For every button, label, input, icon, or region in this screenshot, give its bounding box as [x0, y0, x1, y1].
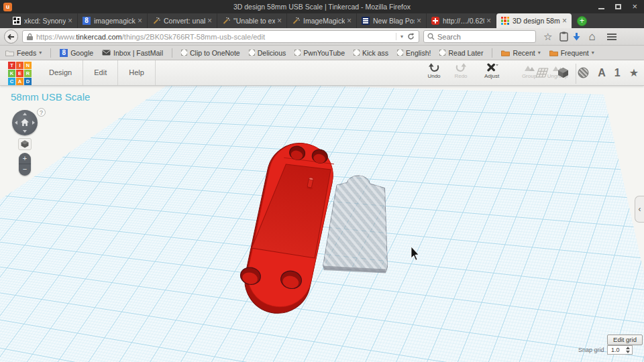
numbers-tool-icon[interactable]: 1 — [614, 67, 621, 79]
url-bar[interactable]: https://www.tinkercad.com/things/2BK0Sk7… — [22, 30, 419, 43]
hole-sphere-tool-icon[interactable] — [578, 67, 589, 78]
tab-xkcd[interactable]: xkcd: Synonym… × — [8, 13, 78, 28]
undo-button[interactable]: Undo — [423, 62, 445, 79]
downloads-icon[interactable] — [572, 32, 581, 42]
bookmark-google[interactable]: 8 Google — [60, 49, 93, 57]
reload-icon[interactable] — [407, 33, 415, 40]
design-title: 58mm USB Scale — [11, 91, 90, 103]
menu-icon[interactable] — [603, 34, 621, 40]
google-favicon: 8 — [60, 49, 68, 57]
snap-grid-label: Snap grid — [578, 347, 604, 353]
tab-close-icon[interactable]: × — [347, 16, 352, 25]
placeholder-favicon — [439, 50, 445, 56]
rotate-down-icon[interactable] — [23, 130, 27, 133]
tab-tinkercad-active[interactable]: 3D design 58m… × — [496, 13, 572, 28]
divider — [50, 48, 51, 58]
tab-unable-to-extent[interactable]: "Unable to exte… × — [217, 13, 287, 28]
bookmark-clip-to-onenote[interactable]: Clip to OneNote — [181, 49, 240, 57]
tinkercad-menu: Design Edit Help — [38, 60, 156, 85]
solid-box-tool-icon[interactable] — [557, 67, 569, 78]
maximize-icon[interactable] — [615, 4, 621, 9]
imagemagick-wand-favicon — [152, 17, 160, 25]
menu-help[interactable]: Help — [118, 60, 156, 85]
shield-favicon — [431, 17, 439, 25]
divider — [492, 48, 492, 58]
bookmark-delicious[interactable]: Delicious — [249, 49, 286, 57]
rotate-left-icon[interactable] — [15, 121, 17, 125]
workplane-tool-icon[interactable] — [535, 68, 549, 78]
redo-button[interactable]: Redo — [449, 62, 472, 79]
search-box[interactable] — [423, 30, 536, 43]
home-view-icon[interactable] — [21, 119, 29, 126]
tab-imagemagick-usage[interactable]: 8 imagemagick u… × — [78, 13, 148, 28]
view-navigation-ball[interactable] — [12, 110, 38, 135]
tab-close-icon[interactable]: × — [68, 16, 72, 25]
bookmark-feeds[interactable]: Feeds▾ — [5, 49, 42, 57]
placeholder-favicon — [181, 50, 187, 56]
close-icon[interactable]: × — [632, 3, 637, 10]
zoom-out-button[interactable]: − — [19, 164, 31, 175]
letters-tool-icon[interactable]: A — [598, 67, 606, 79]
zoom-controls: + − — [19, 153, 31, 176]
bookmark-folder-frequent[interactable]: Frequent▾ — [549, 49, 594, 57]
minimize-icon[interactable] — [598, 8, 604, 9]
envelope-icon — [102, 50, 111, 56]
adjust-icon — [484, 62, 499, 72]
tab-close-icon[interactable]: × — [207, 16, 212, 25]
tab-imagemagick[interactable]: ImageMagick: … × — [287, 13, 357, 28]
rotate-up-icon[interactable] — [23, 113, 27, 115]
tab-new-blag-post[interactable]: New Blag Post × — [357, 13, 427, 28]
help-button[interactable]: ? — [37, 108, 46, 117]
bookmark-star-icon[interactable]: ☆ — [540, 32, 555, 42]
shape-tools: A 1 ★ — [535, 60, 639, 85]
placeholder-favicon — [397, 50, 403, 56]
new-tab-button[interactable]: + — [577, 16, 587, 26]
view-cube-button[interactable] — [18, 138, 32, 150]
bookmark-inbox-fastmail[interactable]: Inbox | FastMail — [102, 49, 163, 57]
tinkercad-logo[interactable]: TIN KER CAD — [8, 62, 32, 85]
lines-favicon — [362, 17, 370, 25]
clipboard-icon[interactable] — [559, 32, 568, 42]
tab-close-icon[interactable]: × — [562, 16, 567, 25]
edit-grid-button[interactable]: Edit grid — [607, 335, 643, 345]
tab-close-icon[interactable]: × — [277, 16, 282, 25]
tab-bar: xkcd: Synonym… × 8 imagemagick u… × Conv… — [0, 13, 644, 28]
url-dropdown-icon[interactable]: ▾ — [400, 34, 403, 40]
url-path: /things/2BK0Sk766RT-58mm-usb-scale/edit — [122, 33, 265, 41]
symbols-tool-icon[interactable]: ★ — [629, 66, 639, 79]
tab-close-icon[interactable]: × — [486, 16, 491, 25]
rotate-right-icon[interactable] — [32, 121, 35, 125]
redo-icon — [455, 62, 467, 72]
tab-numeric-url[interactable]: http://…/0.6203 × — [427, 13, 496, 28]
panel-collapse-handle[interactable]: ‹ — [635, 196, 644, 223]
adjust-button[interactable]: Adjust — [480, 62, 503, 79]
back-button[interactable] — [4, 29, 18, 44]
lock-icon — [27, 33, 33, 40]
tab-close-icon[interactable]: × — [417, 16, 421, 25]
bookmark-english[interactable]: English! — [397, 49, 431, 57]
cube-icon — [21, 140, 29, 148]
bookmark-kick-ass[interactable]: Kick ass — [354, 49, 388, 57]
bookmark-read-later[interactable]: Read Later — [439, 49, 483, 57]
home-icon[interactable]: ⌂ — [585, 32, 598, 42]
window-title: 3D design 58mm USB Scale | Tinkercad - M… — [0, 3, 644, 11]
back-arrow-icon — [7, 34, 15, 40]
bookmark-folder-recent[interactable]: Recent▾ — [501, 49, 540, 57]
google-favicon: 8 — [83, 17, 91, 25]
spinner-up-icon[interactable] — [626, 347, 630, 349]
zoom-in-button[interactable]: + — [19, 153, 31, 164]
placeholder-favicon — [294, 50, 301, 56]
design-viewport[interactable]: 58mm USB Scale ? + − ‹ Edit grid Snap gr… — [0, 86, 644, 362]
folder-orange-icon — [501, 50, 510, 56]
menu-edit[interactable]: Edit — [83, 60, 118, 85]
tab-close-icon[interactable]: × — [138, 16, 142, 25]
snap-grid-spinner[interactable]: 1.0 — [607, 345, 633, 355]
tinkercad-favicon — [501, 17, 509, 25]
search-icon — [427, 33, 435, 40]
bookmark-pwnyoutube[interactable]: PwnYouTube — [294, 49, 345, 57]
menu-design[interactable]: Design — [38, 60, 83, 85]
spinner-down-icon[interactable] — [626, 351, 630, 353]
workplane-canvas — [0, 86, 644, 362]
tab-convert-unable[interactable]: Convert: unable… × — [148, 13, 217, 28]
search-input[interactable] — [437, 33, 518, 41]
